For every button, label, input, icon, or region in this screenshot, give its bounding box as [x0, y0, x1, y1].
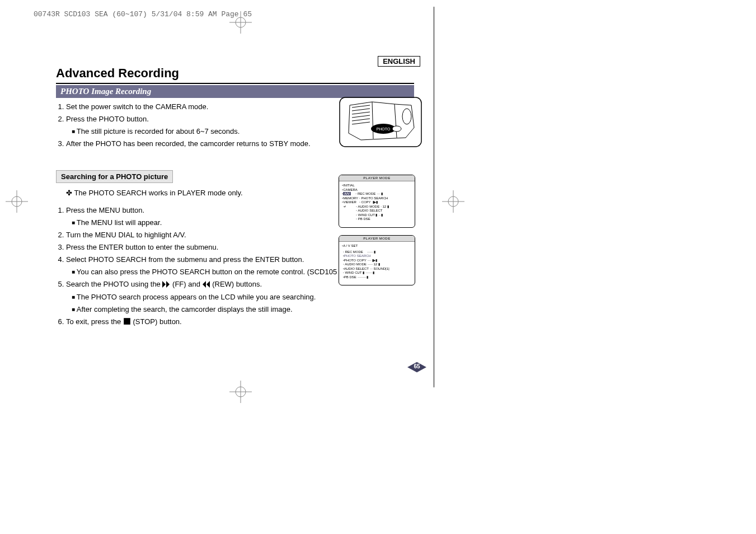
menu-item: INITIAL: [343, 184, 354, 187]
menu-value: SOUND[1]: [373, 267, 389, 270]
step-text: Press the ENTER button to enter the subm…: [66, 243, 218, 251]
crop-mark-left: [6, 190, 28, 213]
menu-item: COPY: [361, 200, 371, 204]
svg-marker-15: [206, 281, 210, 288]
step-text: (STOP) button.: [133, 317, 182, 326]
svg-point-20: [392, 126, 401, 132]
osd-menu-av-set: PLAYER MODE ▫A / V SET ◦ REC MODE ······…: [339, 235, 415, 285]
svg-point-18: [402, 109, 411, 124]
step-text: Select PHOTO SEARCH from the submenu and…: [66, 255, 304, 264]
menu-item: MEMORY: [343, 196, 358, 200]
sub-step: After completing the search, the camcord…: [72, 304, 425, 315]
step-text: Turn the MENU DIAL to highlight A/V.: [66, 231, 186, 239]
menu-item: AUDIO MODE: [358, 205, 379, 208]
menu-item: PB DSE: [358, 217, 370, 221]
menu-item: WIND CUT: [345, 271, 361, 274]
step-text: After the PHOTO has been recorded, the c…: [66, 139, 311, 148]
step-text: Set the power switch to the CAMERA mode.: [66, 102, 208, 111]
menu-item-selected: A/V: [343, 192, 351, 195]
crop-mark-bottom: [229, 381, 252, 403]
sub-step-text: You can also press the PHOTO SEARCH butt…: [77, 268, 355, 276]
svg-marker-14: [203, 281, 206, 288]
crop-mark-top: [229, 11, 252, 34]
menu-item: AUDIO SELECT: [358, 209, 382, 212]
page-divider: [434, 7, 434, 387]
sub-step-text: The PHOTO search process appears on the …: [77, 293, 316, 301]
title-rule: [56, 83, 414, 84]
sub-step: The PHOTO search process appears on the …: [72, 292, 425, 303]
osd-menu-player-mode: PLAYER MODE ▫INITIAL ▫CAMERA ▫A/V ◦ REC …: [339, 175, 415, 228]
menu-item-selected: PHOTO SEARCH: [344, 254, 371, 257]
note-text: The PHOTO SEARCH works in PLAYER mode on…: [74, 189, 242, 197]
step-text: (REW) buttons.: [212, 280, 262, 288]
step-text: (FF) and: [172, 280, 202, 288]
stop-icon: [123, 317, 131, 324]
sub-step-text: After completing the search, the camcord…: [77, 305, 293, 313]
menu-subheading: A / V SET: [343, 244, 358, 247]
step-text: To exit, press the: [66, 317, 123, 326]
menu-item: AUDIO SELECT: [344, 267, 369, 270]
step-text: Press the PHOTO button.: [66, 115, 149, 123]
menu-item: CAMERA: [343, 188, 358, 191]
menu-item: PHOTO COPY: [344, 259, 367, 262]
menu-item: REC MODE: [345, 250, 363, 254]
menu-value: 12: [374, 263, 378, 266]
step-text: Search the PHOTO using the: [66, 280, 162, 288]
print-header-line: 00743R SCD103 SEA (60~107) 5/31/04 8:59 …: [34, 10, 252, 18]
language-label: ENGLISH: [378, 56, 420, 67]
rewind-icon: [203, 280, 210, 287]
camcorder-illustration: PHOTO: [339, 94, 422, 150]
menu-item: PHOTO SEARCH: [361, 196, 388, 200]
step-text: Press the MENU button.: [66, 206, 144, 214]
svg-marker-13: [166, 281, 170, 288]
crop-mark-right: [442, 190, 464, 213]
sub-heading: Searching for a PHOTO picture: [56, 170, 173, 183]
osd-menu-title: PLAYER MODE: [339, 236, 415, 242]
fast-forward-icon: [162, 280, 170, 287]
page-title: Advanced Recording: [56, 66, 425, 81]
step: To exit, press the (STOP) button.: [66, 316, 425, 327]
sub-step-text: The still picture is recorded for about …: [77, 127, 240, 135]
menu-item: AUDIO MODE: [345, 263, 367, 266]
page-number-text: 65: [410, 363, 424, 369]
osd-menu-title: PLAYER MODE: [339, 175, 415, 181]
menu-item: PB DSE: [344, 275, 356, 279]
photo-button-label: PHOTO: [377, 127, 391, 131]
svg-marker-12: [162, 281, 166, 288]
menu-item: VIEWER: [343, 200, 356, 204]
svg-rect-16: [124, 318, 130, 325]
menu-item: REC MODE: [358, 192, 375, 195]
menu-item: WIND CUT: [358, 213, 375, 217]
page-number: 65: [410, 362, 424, 372]
note-bullet-icon: [66, 189, 74, 197]
menu-value: 12: [383, 205, 387, 208]
sub-step-text: The MENU list will appear.: [77, 218, 162, 227]
